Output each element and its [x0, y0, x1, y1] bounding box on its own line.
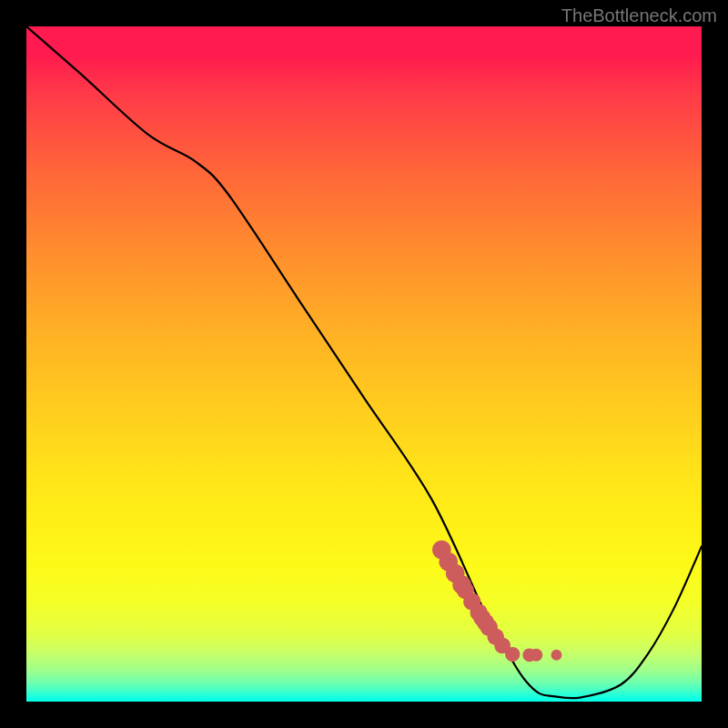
chart-overlay — [26, 26, 702, 702]
marker-dot — [551, 650, 562, 661]
marker-dot — [530, 649, 542, 662]
watermark-text: TheBottleneck.com — [561, 5, 717, 26]
curve-line — [26, 26, 702, 698]
marker-dot — [505, 647, 520, 662]
plot-area — [26, 26, 702, 702]
marker-group — [432, 541, 561, 662]
